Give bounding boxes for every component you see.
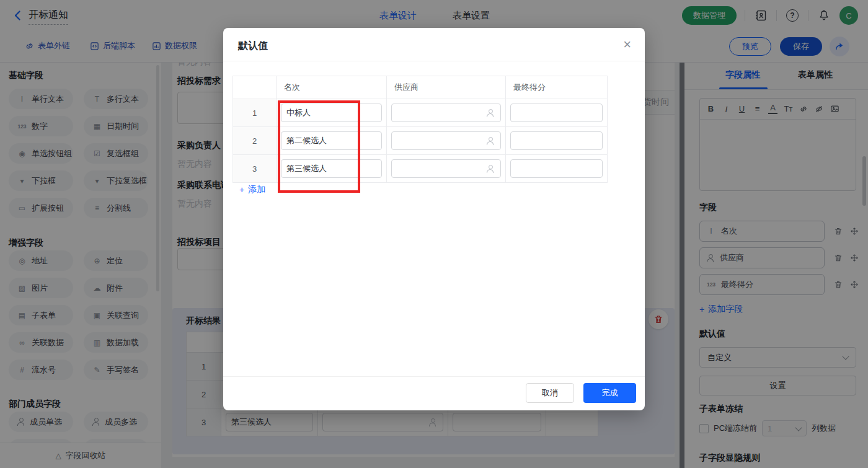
- supplier-input[interactable]: [391, 159, 501, 178]
- divider: [223, 376, 645, 377]
- column-header-supplier: 供应商: [387, 76, 506, 99]
- table-row: 3 第三候选人: [233, 155, 607, 182]
- column-header-rank: 名次: [277, 76, 387, 99]
- divider: [223, 61, 645, 61]
- score-input[interactable]: [510, 159, 603, 178]
- row-number: 3: [233, 155, 277, 182]
- person-icon: [486, 165, 495, 173]
- person-icon: [486, 109, 495, 117]
- rank-input[interactable]: 第二候选人: [281, 131, 382, 150]
- add-row-button[interactable]: + 添加: [239, 184, 265, 195]
- supplier-input[interactable]: [391, 104, 501, 122]
- close-icon[interactable]: ×: [623, 38, 631, 51]
- default-value-table: 名次 供应商 最终得分 1 中标人 2 第二候选人 3 第三候选人: [232, 76, 608, 183]
- row-number: 2: [233, 127, 277, 154]
- row-number: 1: [233, 99, 277, 126]
- cancel-button[interactable]: 取消: [526, 383, 574, 403]
- default-value-modal: 默认值 × 名次 供应商 最终得分 1 中标人 2 第二候选人: [223, 28, 645, 410]
- rank-input[interactable]: 第三候选人: [281, 159, 382, 178]
- form-designer-app: 开标通知 表单设计 表单设置 数据管理 ? C: [0, 0, 868, 468]
- table-row: 2 第二候选人: [233, 127, 607, 155]
- person-icon: [486, 137, 495, 145]
- done-button[interactable]: 完成: [583, 383, 636, 403]
- column-header-score: 最终得分: [506, 76, 607, 99]
- score-input[interactable]: [510, 131, 603, 150]
- plus-icon: +: [239, 185, 244, 195]
- table-header-row: 名次 供应商 最终得分: [233, 76, 607, 99]
- table-row: 1 中标人: [233, 99, 607, 127]
- rank-input[interactable]: 中标人: [281, 104, 382, 122]
- modal-title: 默认值: [238, 40, 268, 53]
- supplier-input[interactable]: [391, 131, 501, 150]
- score-input[interactable]: [510, 104, 603, 122]
